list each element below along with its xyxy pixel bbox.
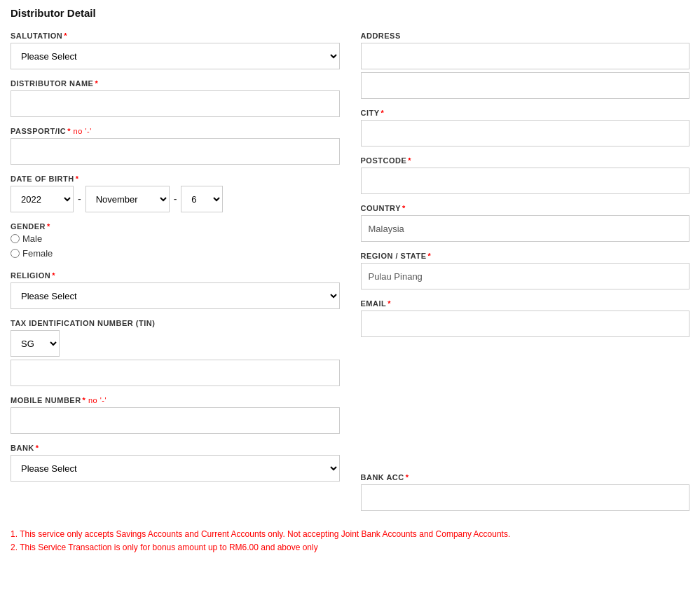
country-label: COUNTRY* [361,204,690,212]
gender-group: GENDER* Male Female [11,222,340,261]
notes-line1: 1. This service only accepts Savings Acc… [11,528,689,541]
passport-ic-label: PASSPORT/IC* no '-' [11,127,340,135]
salutation-select[interactable]: Please Select Mr Mrs Ms Dr [11,43,340,69]
country-input [361,215,690,242]
postcode-label: POSTCODE* [361,156,690,165]
city-input[interactable] [361,120,690,146]
dob-year-select[interactable]: 2022 2021 2020 2019 2018 2000 1999 1998 [11,186,74,212]
gender-female-radio[interactable] [11,249,20,258]
gender-male-label[interactable]: Male [11,233,340,244]
tin-input[interactable] [11,360,340,386]
email-label: EMAIL* [361,299,690,308]
address-line1-input[interactable] [361,43,690,69]
bank-acc-input[interactable] [361,484,690,511]
salutation-label: SALUTATION* [11,32,340,40]
mobile-number-group: MOBILE NUMBER* no '-' [11,396,340,434]
bank-acc-group: BANK ACC* [361,473,690,511]
bank-acc-label: BANK ACC* [361,473,690,482]
passport-ic-input[interactable] [11,138,340,165]
bank-select[interactable]: Please Select Maybank CIMB Public Bank R… [11,455,340,482]
distributor-name-input[interactable] [11,90,340,117]
tin-label: TAX IDENTIFICATION NUMBER (TIN) [11,319,340,327]
email-input[interactable] [361,311,690,337]
email-group: EMAIL* [361,299,690,337]
dob-month-select[interactable]: January February March April May June Ju… [85,186,170,212]
gender-female-label[interactable]: Female [11,248,340,259]
region-state-group: REGION / STATE* [361,252,690,289]
religion-select[interactable]: Please Select Islam Christianity Buddhis… [11,282,340,309]
address-line2-input[interactable] [361,72,690,99]
postcode-input[interactable] [361,168,690,194]
address-group: ADDRESS [361,32,690,99]
city-group: CITY* [361,109,690,146]
distributor-name-label: DISTRIBUTOR NAME* [11,79,340,88]
dob-group: DATE OF BIRTH* 2022 2021 2020 2019 2018 … [11,175,340,212]
dob-sep-2: - [172,193,179,205]
country-group: COUNTRY* [361,204,690,242]
bank-group: BANK* Please Select Maybank CIMB Public … [11,444,340,482]
bank-label: BANK* [11,444,340,452]
address-label: ADDRESS [361,32,690,40]
notes-line2: 2. This Service Transaction is only for … [11,541,689,554]
salutation-group: SALUTATION* Please Select Mr Mrs Ms Dr [11,32,340,69]
religion-group: RELIGION* Please Select Islam Christiani… [11,271,340,309]
region-state-label: REGION / STATE* [361,252,690,260]
distributor-name-group: DISTRIBUTOR NAME* [11,79,340,117]
tin-prefix-select[interactable]: SG MY ID TH [11,330,60,357]
mobile-number-label: MOBILE NUMBER* no '-' [11,396,340,404]
dob-day-select[interactable]: 12345 678910 1112131415 1617181920 21222… [181,186,223,212]
tin-group: TAX IDENTIFICATION NUMBER (TIN) SG MY ID… [11,319,340,386]
city-label: CITY* [361,109,690,117]
dob-label: DATE OF BIRTH* [11,175,340,183]
religion-label: RELIGION* [11,271,340,280]
page-title: Distributor Detail [11,7,689,19]
gender-male-radio[interactable] [11,234,20,243]
notes-section: 1. This service only accepts Savings Acc… [11,528,689,554]
dob-sep-1: - [76,193,83,205]
gender-label: GENDER* [11,222,340,231]
passport-ic-group: PASSPORT/IC* no '-' [11,127,340,165]
region-state-input [361,263,690,289]
postcode-group: POSTCODE* [361,156,690,194]
mobile-number-input[interactable] [11,407,340,434]
